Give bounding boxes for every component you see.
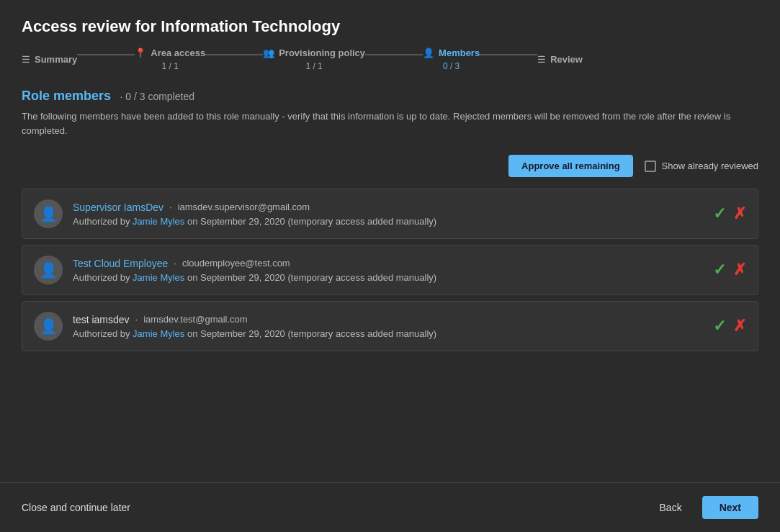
member-info: test iamsdev · iamsdev.test@gmail.com Au… <box>73 314 703 339</box>
table-row: 👤 test iamsdev · iamsdev.test@gmail.com … <box>22 301 758 351</box>
step-area-access[interactable]: 📍 Area access 1 / 1 <box>135 48 205 71</box>
step-members-label: Members <box>439 48 480 58</box>
approve-all-button[interactable]: Approve all remaining <box>508 155 633 177</box>
member-list: 👤 Supervisor IamsDev · iamsdev.superviso… <box>22 189 758 357</box>
step-area-count: 1 / 1 <box>162 61 179 71</box>
review-icon: ☰ <box>537 54 546 65</box>
progress-bar: ☰ Summary 📍 Area access 1 / 1 👥 <box>0 48 780 89</box>
avatar: 👤 <box>34 256 63 284</box>
main-content: Role members · 0 / 3 completed The follo… <box>0 89 780 482</box>
auth-link[interactable]: Jamie Myles <box>133 216 184 227</box>
reject-button[interactable]: ✗ <box>733 204 746 223</box>
member-name-row: test iamsdev · iamsdev.test@gmail.com <box>73 314 703 325</box>
member-email: iamsdev.test@gmail.com <box>143 314 247 325</box>
provisioning-icon: 👥 <box>263 48 274 58</box>
section-title: Role members <box>22 89 111 103</box>
user-avatar-icon: 👤 <box>40 205 58 222</box>
connector-3 <box>365 54 423 55</box>
member-actions: ✓ ✗ <box>713 261 746 279</box>
page-title: Access review for Information Technology <box>0 0 780 48</box>
user-avatar-icon: 👤 <box>40 317 58 335</box>
member-name-row: Test Cloud Employee · cloudemployee@test… <box>73 258 703 269</box>
step-summary-label: Summary <box>35 54 77 65</box>
member-info: Test Cloud Employee · cloudemployee@test… <box>73 258 703 283</box>
table-row: 👤 Supervisor IamsDev · iamsdev.superviso… <box>22 189 758 239</box>
summary-icon: ☰ <box>22 54 30 65</box>
member-auth: Authorized by Jamie Myles on September 2… <box>73 216 703 227</box>
member-info: Supervisor IamsDev · iamsdev.supervisor@… <box>73 202 703 227</box>
back-button[interactable]: Back <box>648 496 694 519</box>
section-count: · 0 / 3 completed <box>120 91 195 102</box>
step-members[interactable]: 👤 Members 0 / 3 <box>423 48 480 71</box>
step-area-label: Area access <box>151 48 205 58</box>
member-email: iamsdev.supervisor@gmail.com <box>178 202 310 212</box>
show-reviewed-text: Show already reviewed <box>662 161 758 171</box>
section-header: Role members · 0 / 3 completed <box>22 89 758 104</box>
step-summary[interactable]: ☰ Summary <box>22 54 77 65</box>
step-provisioning[interactable]: 👥 Provisioning policy 1 / 1 <box>263 48 365 71</box>
member-name: test iamsdev <box>73 314 130 325</box>
close-later-button[interactable]: Close and continue later <box>22 502 130 513</box>
connector-1 <box>77 54 135 55</box>
step-members-count: 0 / 3 <box>443 61 460 71</box>
member-auth: Authorized by Jamie Myles on September 2… <box>73 328 703 339</box>
auth-link[interactable]: Jamie Myles <box>133 272 184 283</box>
show-reviewed-checkbox[interactable] <box>645 161 656 172</box>
table-row: 👤 Test Cloud Employee · cloudemployee@te… <box>22 245 758 295</box>
avatar: 👤 <box>34 312 63 341</box>
auth-link[interactable]: Jamie Myles <box>133 328 184 339</box>
members-icon: 👤 <box>423 48 434 58</box>
member-auth: Authorized by Jamie Myles on September 2… <box>73 272 703 283</box>
approve-button[interactable]: ✓ <box>713 261 726 279</box>
reject-button[interactable]: ✗ <box>733 261 746 279</box>
step-provisioning-label: Provisioning policy <box>279 48 365 58</box>
user-avatar-icon: 👤 <box>40 261 58 279</box>
member-actions: ✓ ✗ <box>713 204 746 223</box>
member-actions: ✓ ✗ <box>713 317 746 335</box>
member-email: cloudemployee@test.com <box>182 258 290 269</box>
connector-2 <box>205 54 263 55</box>
footer: Close and continue later Back Next <box>0 482 780 532</box>
section-description: The following members have been added to… <box>22 109 758 137</box>
step-review-label: Review <box>550 54 583 65</box>
member-name-row: Supervisor IamsDev · iamsdev.supervisor@… <box>73 202 703 213</box>
member-name: Test Cloud Employee <box>73 258 168 269</box>
page-container: Access review for Information Technology… <box>0 0 780 532</box>
step-review[interactable]: ☰ Review <box>537 54 583 65</box>
approve-button[interactable]: ✓ <box>713 204 726 223</box>
next-button[interactable]: Next <box>702 496 758 519</box>
avatar: 👤 <box>34 199 63 228</box>
member-name: Supervisor IamsDev <box>73 202 163 213</box>
connector-4 <box>480 54 537 55</box>
action-row: Approve all remaining Show already revie… <box>22 155 758 177</box>
footer-right: Back Next <box>648 496 758 519</box>
approve-button[interactable]: ✓ <box>713 317 726 335</box>
area-icon: 📍 <box>135 48 146 58</box>
show-reviewed-label[interactable]: Show already reviewed <box>645 161 758 172</box>
step-provisioning-count: 1 / 1 <box>305 61 322 71</box>
reject-button[interactable]: ✗ <box>733 317 746 335</box>
